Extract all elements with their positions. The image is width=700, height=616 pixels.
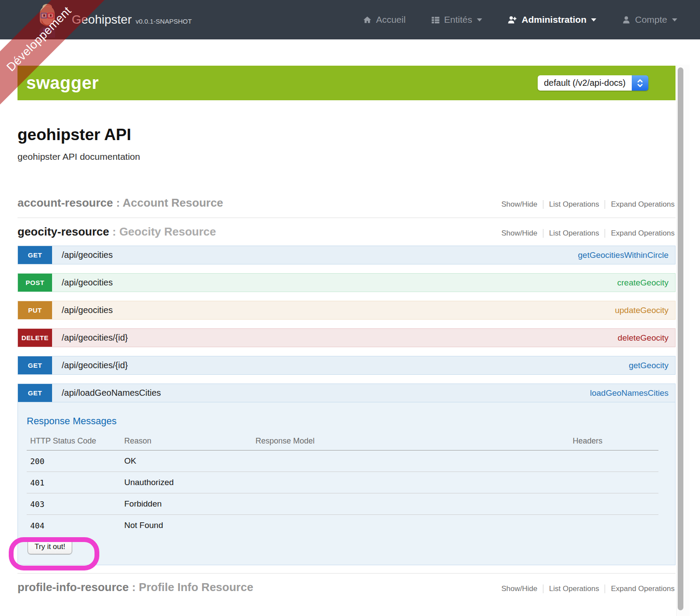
brand-link[interactable]: Geohipster v0.0.1-SNAPSHOT: [72, 13, 192, 27]
page-title: geohipster API: [18, 126, 676, 144]
response-model: [252, 472, 569, 493]
user-icon: [622, 15, 631, 25]
operation-nickname-link[interactable]: getGeocity: [629, 361, 668, 370]
operation-nickname-link[interactable]: createGeocity: [617, 278, 668, 288]
table-row: 403 Forbidden: [27, 493, 658, 515]
show-hide-link[interactable]: Show/Hide: [496, 200, 543, 209]
resource-header: account-resource : Account Resource Show…: [18, 196, 676, 210]
status-code: 404: [27, 515, 121, 536]
response-model: [252, 493, 569, 515]
operation-row[interactable]: GET /api/geocities getGeocitiesWithinCir…: [18, 246, 676, 264]
resource-heading: profile-info-resource : Profile Info Res…: [18, 581, 253, 594]
resource-name-link[interactable]: profile-info-resource: [18, 581, 129, 594]
nav-item-accueil[interactable]: Accueil: [363, 14, 406, 25]
operation-nickname-link[interactable]: deleteGeocity: [618, 333, 668, 343]
resource-actions: Show/Hide List Operations Expand Operati…: [496, 229, 676, 238]
operation-row-expanded[interactable]: GET /api/loadGeoNamesCities loadGeoNames…: [18, 384, 676, 402]
status-code: 403: [27, 493, 121, 515]
resource-title-link[interactable]: Profile Info Resource: [139, 581, 253, 594]
list-icon: [431, 15, 440, 25]
resource-actions: Show/Hide List Operations Expand Operati…: [496, 200, 676, 209]
operation-path: /api/geocities: [62, 305, 113, 315]
swagger-logo[interactable]: swagger: [26, 73, 99, 93]
method-badge: DELETE: [18, 329, 52, 347]
nav-label: Entités: [444, 14, 472, 25]
nav-label: Accueil: [376, 14, 406, 25]
operation-row[interactable]: POST /api/geocities createGeocity: [18, 273, 676, 292]
headers: [569, 493, 658, 515]
try-it-out-button[interactable]: Try it out!: [28, 539, 72, 554]
resource-title-link[interactable]: Account Resource: [122, 196, 223, 209]
nav-label: Administration: [522, 14, 586, 25]
list-operations-link[interactable]: List Operations: [543, 584, 605, 593]
show-hide-link[interactable]: Show/Hide: [496, 584, 543, 593]
swagger-header-bar: swagger default (/v2/api-docs): [18, 66, 676, 100]
chevron-down-icon: [591, 18, 596, 21]
resource-account: account-resource : Account Resource Show…: [18, 189, 676, 218]
method-badge: PUT: [18, 301, 52, 319]
column-header: Headers: [569, 434, 658, 451]
response-model: [252, 515, 569, 536]
main-menu: Accueil Entités Administration: [363, 14, 677, 25]
method-badge: GET: [18, 384, 52, 402]
resource-name-link[interactable]: geocity-resource: [18, 225, 109, 238]
method-badge: GET: [18, 246, 52, 264]
table-row: 404 Not Found: [27, 515, 658, 536]
column-header: HTTP Status Code: [27, 434, 121, 451]
headers: [569, 451, 658, 472]
resource-geocity: geocity-resource : Geocity Resource Show…: [18, 218, 676, 573]
operation-detail-panel: Response Messages HTTP Status Code Reaso…: [18, 402, 676, 565]
nav-item-compte[interactable]: Compte: [622, 14, 677, 25]
resource-separator: :: [109, 225, 119, 238]
status-code: 200: [27, 451, 121, 472]
select-chevrons-icon: [632, 75, 648, 91]
headers: [569, 472, 658, 493]
reason: Not Found: [121, 515, 252, 536]
scrollbar-thumb[interactable]: [678, 67, 683, 610]
operation-nickname-link[interactable]: loadGeoNamesCities: [590, 388, 668, 398]
resource-separator: :: [129, 581, 139, 594]
list-operations-link[interactable]: List Operations: [543, 229, 605, 238]
chevron-down-icon: [477, 18, 482, 21]
page-subtitle: geohipster API documentation: [18, 151, 676, 162]
resource-name-link[interactable]: account-resource: [18, 196, 113, 209]
status-code: 401: [27, 472, 121, 493]
response-model: [252, 451, 569, 472]
home-icon: [363, 15, 372, 25]
expand-operations-link[interactable]: Expand Operations: [605, 200, 676, 209]
expand-operations-link[interactable]: Expand Operations: [605, 229, 676, 238]
resource-profile-info: profile-info-resource : Profile Info Res…: [18, 573, 676, 602]
operation-row[interactable]: PUT /api/geocities updateGeocity: [18, 301, 676, 320]
nav-item-administration[interactable]: Administration: [508, 14, 596, 25]
operation-path: /api/geocities/{id}: [62, 360, 128, 370]
swagger-content: geohipster API geohipster API documentat…: [18, 126, 676, 602]
resource-header: geocity-resource : Geocity Resource Show…: [18, 225, 676, 239]
table-row: 200 OK: [27, 451, 658, 472]
reason: Forbidden: [121, 493, 252, 515]
expand-operations-link[interactable]: Expand Operations: [605, 584, 676, 593]
list-operations-link[interactable]: List Operations: [543, 200, 605, 209]
resources-list: account-resource : Account Resource Show…: [18, 189, 676, 602]
operation-nickname-link[interactable]: getGeocitiesWithinCircle: [578, 250, 668, 260]
chevron-down-icon: [672, 18, 677, 21]
reason: Unauthorized: [121, 472, 252, 493]
operation-row[interactable]: GET /api/geocities/{id} getGeocity: [18, 356, 676, 375]
nav-item-entites[interactable]: Entités: [431, 14, 482, 25]
resource-heading: account-resource : Account Resource: [18, 196, 223, 210]
resource-title-link[interactable]: Geocity Resource: [119, 225, 216, 238]
top-navbar: Geohipster v0.0.1-SNAPSHOT Accueil Entit…: [0, 0, 700, 39]
resource-actions: Show/Hide List Operations Expand Operati…: [496, 584, 676, 593]
api-docs-select-value: default (/v2/api-docs): [538, 75, 632, 91]
operations-list: GET /api/geocities getGeocitiesWithinCir…: [18, 246, 676, 565]
response-messages-heading: Response Messages: [27, 415, 666, 427]
app-version: v0.0.1-SNAPSHOT: [136, 18, 192, 25]
show-hide-link[interactable]: Show/Hide: [496, 229, 543, 238]
operation-row[interactable]: DELETE /api/geocities/{id} deleteGeocity: [18, 328, 676, 347]
hipster-avatar-logo[interactable]: [33, 3, 61, 38]
operation-nickname-link[interactable]: updateGeocity: [615, 306, 668, 315]
response-messages-table: HTTP Status Code Reason Response Model H…: [27, 434, 658, 536]
operation-path: /api/geocities/{id}: [62, 333, 128, 343]
api-docs-select[interactable]: default (/v2/api-docs): [538, 75, 648, 91]
resource-header: profile-info-resource : Profile Info Res…: [18, 581, 676, 594]
operation-path: /api/geocities: [62, 250, 113, 260]
